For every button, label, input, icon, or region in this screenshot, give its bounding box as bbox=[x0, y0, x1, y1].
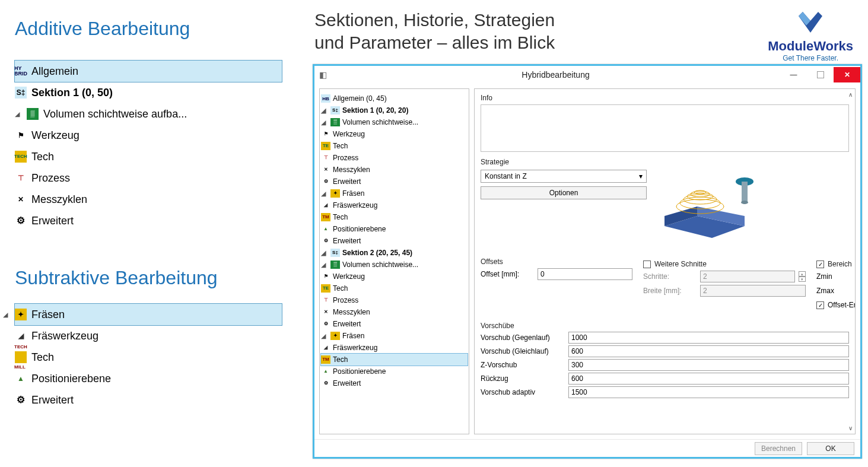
breite-row: Breite [mm]: bbox=[643, 285, 806, 297]
label: Erweitert bbox=[31, 211, 74, 231]
position-icon: ▲ bbox=[15, 373, 27, 385]
hybrid-icon: HYBRID bbox=[15, 65, 27, 77]
tree-item-fraeswk1[interactable]: ◢Fräswerkzeug bbox=[321, 199, 468, 211]
options-button[interactable]: Optionen bbox=[481, 186, 647, 199]
tree-item-sek1[interactable]: ◢S‡Sektion 1 (0, 20, 20) bbox=[321, 104, 468, 116]
gear-icon: ⚙ bbox=[321, 379, 330, 387]
tree-item-tech2[interactable]: TETech bbox=[321, 282, 468, 294]
hybrid-window: ◧ Hybridbearbeitung — ✕ HBAllgemein (0, … bbox=[313, 64, 862, 459]
tree-row-erweitert2[interactable]: ⚙ Erweitert bbox=[15, 389, 282, 411]
ok-button[interactable]: OK bbox=[807, 442, 854, 455]
logo-tagline: Get There Faster. bbox=[768, 54, 853, 62]
label: Positionierebene bbox=[31, 368, 111, 389]
tree-item-erw1[interactable]: ⚙Erweitert bbox=[321, 176, 468, 188]
techmill-icon: TECHMILL bbox=[15, 351, 27, 363]
tree-row-sektion1[interactable]: S‡ Sektion 1 (0, 50) bbox=[15, 82, 282, 103]
tree-item-prozess2[interactable]: ⊤Prozess bbox=[321, 294, 468, 306]
tree-item-fraeswk2[interactable]: ◢Fräswerkzeug bbox=[321, 342, 468, 354]
offseterw-checkbox[interactable]: ✓ bbox=[816, 301, 824, 309]
svg-rect-10 bbox=[742, 182, 748, 202]
measure-icon: ✕ bbox=[15, 193, 27, 205]
tree-row-allgemein[interactable]: HYBRID Allgemein bbox=[15, 61, 282, 82]
label: Fräsen bbox=[31, 304, 65, 325]
label: Fräswerkzeug bbox=[31, 326, 98, 346]
tree-item-techmill1[interactable]: TMTech bbox=[321, 211, 468, 223]
tree-item-fraesen2[interactable]: ◢✦Fräsen bbox=[321, 330, 468, 342]
breite-input bbox=[700, 285, 806, 297]
schritte-row: Schritte: ▴▾ bbox=[643, 271, 806, 282]
tree-item-sek2[interactable]: ◢S‡Sektion 2 (20, 25, 45) bbox=[321, 247, 468, 259]
caret-icon: ◢ bbox=[321, 105, 328, 116]
measure-icon: ✕ bbox=[321, 308, 330, 316]
label: Werkzeug bbox=[31, 125, 80, 145]
section-icon: S‡ bbox=[330, 106, 340, 115]
gear-icon: ⚙ bbox=[321, 237, 330, 245]
strategy-label: Strategie bbox=[481, 158, 849, 166]
tech-icon: TECH bbox=[15, 151, 27, 163]
volume-icon: ▒ bbox=[27, 108, 39, 120]
feeds-label: Vorschübe bbox=[481, 322, 849, 330]
feed-gegenlauf-input[interactable] bbox=[568, 332, 849, 344]
offsets-label: Offsets bbox=[481, 258, 632, 266]
tree-subtractive: ◢ ✦ Fräsen ◢ Fräswerkzeug TECHMILL Tech … bbox=[15, 304, 282, 411]
bereich-checkbox[interactable]: ✓ bbox=[816, 260, 824, 268]
offset-mm-input[interactable] bbox=[538, 268, 632, 280]
feed-z-input[interactable] bbox=[568, 359, 849, 371]
section-icon: S‡ bbox=[330, 249, 340, 257]
tree-row-fraeswerkzeug[interactable]: ◢ Fräswerkzeug bbox=[15, 325, 282, 347]
slide-headline: Sektionen, Historie, Strategien und Para… bbox=[314, 9, 555, 54]
tree-item-pos1[interactable]: ▲Positionierebene bbox=[321, 223, 468, 235]
tree-row-volumen[interactable]: ◢ ▒ Volumen schichtweise aufba... bbox=[15, 103, 282, 125]
feed-adaptiv-input[interactable] bbox=[568, 386, 849, 398]
tree-item-erw2b[interactable]: ⚙Erweitert bbox=[321, 377, 468, 389]
tree-row-erweitert[interactable]: ⚙ Erweitert bbox=[15, 210, 282, 231]
milltool-icon: ◢ bbox=[321, 201, 330, 209]
additive-title: Additive Bearbeitung bbox=[15, 18, 282, 40]
scroll-down-icon[interactable]: ∨ bbox=[848, 425, 853, 431]
titlebar[interactable]: ◧ Hybridbearbeitung — ✕ bbox=[314, 66, 860, 84]
calc-button[interactable]: Berechnen bbox=[755, 442, 802, 455]
tree-item-erw1b[interactable]: ⚙Erweitert bbox=[321, 235, 468, 247]
tree-item-pos2[interactable]: ▲Positionierebene bbox=[321, 366, 468, 377]
label: Prozess bbox=[31, 168, 70, 188]
more-cuts-checkbox[interactable] bbox=[643, 260, 651, 268]
caret-icon: ◢ bbox=[321, 259, 328, 270]
tree-item-tech1[interactable]: TETech bbox=[321, 140, 468, 152]
more-cuts-label: Weitere Schnitte bbox=[654, 260, 707, 268]
mill-icon: ✦ bbox=[330, 189, 340, 198]
scroll-up-icon[interactable]: ∧ bbox=[848, 91, 853, 98]
tree-item-werkzeug1[interactable]: ⚑Werkzeug bbox=[321, 128, 468, 140]
tree-row-position[interactable]: ▲ Positionierebene bbox=[15, 368, 282, 389]
tree-panel[interactable]: HBAllgemein (0, 45) ◢S‡Sektion 1 (0, 20,… bbox=[319, 88, 469, 434]
tree-item-werkzeug2[interactable]: ⚑Werkzeug bbox=[321, 271, 468, 282]
tree-item-vol1[interactable]: ◢▒Volumen schichtweise... bbox=[321, 116, 468, 128]
label: Messzyklen bbox=[31, 189, 87, 209]
tree-item-allgemein[interactable]: HBAllgemein (0, 45) bbox=[321, 93, 468, 104]
feed-gleichlauf-input[interactable] bbox=[568, 345, 849, 357]
tree-item-vol2[interactable]: ◢▒Volumen schichtweise... bbox=[321, 259, 468, 271]
tree-row-tech[interactable]: TECH Tech bbox=[15, 146, 282, 167]
tree-item-fraesen1[interactable]: ◢✦Fräsen bbox=[321, 188, 468, 199]
caret-icon: ◢ bbox=[321, 188, 328, 199]
tree-row-tech-mill[interactable]: TECHMILL Tech bbox=[15, 347, 282, 368]
close-button[interactable]: ✕ bbox=[834, 67, 860, 82]
rueckzug-input[interactable] bbox=[568, 373, 849, 385]
tree-row-fraesen[interactable]: ◢ ✦ Fräsen bbox=[15, 304, 282, 325]
section-icon: S‡ bbox=[15, 87, 27, 99]
gear-icon: ⚙ bbox=[15, 394, 27, 406]
tree-item-prozess1[interactable]: ⊤Prozess bbox=[321, 152, 468, 164]
position-icon: ▲ bbox=[321, 225, 330, 233]
info-textarea[interactable] bbox=[481, 104, 849, 152]
tree-item-techmill2-selected[interactable]: TMTech bbox=[321, 354, 468, 366]
tree-row-werkzeug[interactable]: ⚑ Werkzeug bbox=[15, 125, 282, 146]
strategy-combo[interactable]: Konstant in Z ▾ bbox=[481, 170, 647, 183]
tree-row-prozess[interactable]: ⊤ Prozess bbox=[15, 167, 282, 189]
mill-icon: ✦ bbox=[15, 309, 27, 320]
tree-row-messzyklen[interactable]: ✕ Messzyklen bbox=[15, 189, 282, 210]
process-icon: ⊤ bbox=[15, 172, 27, 184]
maximize-button[interactable] bbox=[807, 67, 834, 82]
tree-item-erw2[interactable]: ⚙Erweitert bbox=[321, 318, 468, 330]
minimize-button[interactable]: — bbox=[780, 67, 807, 82]
tree-item-mess1[interactable]: ✕Messzyklen bbox=[321, 164, 468, 176]
tree-item-mess2[interactable]: ✕Messzyklen bbox=[321, 306, 468, 318]
